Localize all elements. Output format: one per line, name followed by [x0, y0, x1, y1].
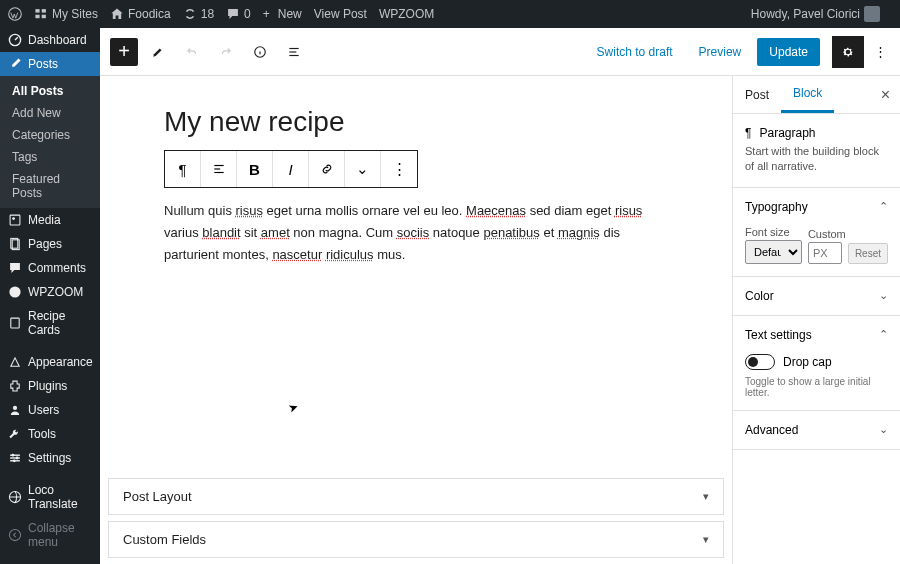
- paragraph-icon: ¶: [745, 126, 751, 140]
- svg-point-20: [9, 529, 20, 540]
- svg-rect-24: [289, 54, 298, 55]
- panel-typography[interactable]: Typography⌃: [733, 188, 900, 226]
- menu-appearance[interactable]: Appearance: [0, 350, 100, 374]
- wp-logo[interactable]: [8, 7, 22, 21]
- svg-rect-2: [42, 9, 46, 13]
- custom-label: Custom: [808, 228, 842, 240]
- menu-pages[interactable]: Pages: [0, 232, 100, 256]
- info-icon[interactable]: [246, 38, 274, 66]
- submenu-all-posts[interactable]: All Posts: [0, 80, 100, 102]
- panel-color[interactable]: Color⌄: [733, 277, 900, 315]
- my-sites[interactable]: My Sites: [34, 7, 98, 21]
- align-icon[interactable]: [201, 151, 237, 187]
- redo-icon[interactable]: [212, 38, 240, 66]
- dropcap-help: Toggle to show a large initial letter.: [745, 376, 888, 398]
- updates[interactable]: 18: [183, 7, 214, 21]
- menu-settings[interactable]: Settings: [0, 446, 100, 470]
- italic-icon[interactable]: I: [273, 151, 309, 187]
- submenu-categories[interactable]: Categories: [0, 124, 100, 146]
- svg-rect-23: [289, 51, 296, 52]
- svg-rect-22: [289, 47, 298, 48]
- edit-mode-icon[interactable]: [144, 38, 172, 66]
- svg-point-7: [12, 217, 15, 220]
- menu-comments[interactable]: Comments: [0, 256, 100, 280]
- avatar: [864, 6, 880, 22]
- metabox-custom-fields[interactable]: Custom Fields▾: [108, 521, 724, 558]
- svg-rect-3: [35, 15, 39, 19]
- svg-rect-25: [214, 165, 223, 166]
- menu-dashboard[interactable]: Dashboard: [0, 28, 100, 52]
- settings-icon[interactable]: [832, 36, 864, 68]
- metabox-post-layout[interactable]: Post Layout▾: [108, 478, 724, 515]
- svg-point-17: [16, 457, 19, 460]
- my-account[interactable]: Howdy, Pavel Ciorici: [751, 6, 880, 22]
- svg-rect-26: [214, 168, 220, 169]
- block-description: Start with the building block of all nar…: [745, 144, 888, 175]
- svg-point-0: [9, 8, 22, 21]
- bold-icon[interactable]: B: [237, 151, 273, 187]
- svg-point-12: [13, 406, 17, 410]
- panel-advanced[interactable]: Advanced⌄: [733, 411, 900, 449]
- more-options-icon[interactable]: ⋮: [381, 151, 417, 187]
- svg-rect-1: [35, 9, 39, 13]
- tab-block[interactable]: Block: [781, 76, 834, 113]
- svg-rect-11: [11, 318, 19, 328]
- block-name: Paragraph: [759, 126, 815, 140]
- reset-button[interactable]: Reset: [848, 243, 888, 264]
- submenu-featured[interactable]: Featured Posts: [0, 168, 100, 204]
- svg-rect-6: [10, 215, 20, 225]
- tab-post[interactable]: Post: [733, 78, 781, 112]
- comments-count[interactable]: 0: [226, 7, 251, 21]
- close-icon[interactable]: ×: [871, 86, 900, 104]
- svg-point-16: [12, 454, 15, 457]
- new-content[interactable]: +New: [263, 7, 302, 21]
- link-icon[interactable]: [309, 151, 345, 187]
- preview-button[interactable]: Preview: [689, 45, 752, 59]
- view-post[interactable]: View Post: [314, 7, 367, 21]
- submenu-tags[interactable]: Tags: [0, 146, 100, 168]
- menu-plugins[interactable]: Plugins: [0, 374, 100, 398]
- update-button[interactable]: Update: [757, 38, 820, 66]
- menu-recipe-cards[interactable]: Recipe Cards: [0, 304, 100, 342]
- paragraph-block[interactable]: Nullum quis risus eget urna mollis ornar…: [164, 200, 668, 266]
- fontsize-select[interactable]: Default: [745, 240, 802, 264]
- collapse-menu[interactable]: Collapse menu: [0, 516, 100, 554]
- menu-loco[interactable]: Loco Translate: [0, 478, 100, 516]
- block-toolbar: ¶ B I ⌄ ⋮: [164, 150, 418, 188]
- outline-icon[interactable]: [280, 38, 308, 66]
- block-type-icon[interactable]: ¶: [165, 151, 201, 187]
- menu-tools[interactable]: Tools: [0, 422, 100, 446]
- site-home[interactable]: Foodica: [110, 7, 171, 21]
- chevron-down-icon[interactable]: ⌄: [345, 151, 381, 187]
- dropcap-label: Drop cap: [783, 355, 832, 369]
- post-title[interactable]: My new recipe: [164, 106, 668, 138]
- mouse-cursor: ➤: [286, 400, 300, 417]
- menu-wpzoom[interactable]: WPZOOM: [0, 280, 100, 304]
- fontsize-label: Font size: [745, 226, 802, 238]
- svg-point-10: [9, 286, 20, 297]
- custom-px-input[interactable]: [808, 242, 842, 264]
- switch-to-draft[interactable]: Switch to draft: [587, 45, 683, 59]
- submenu-add-new[interactable]: Add New: [0, 102, 100, 124]
- svg-rect-4: [42, 15, 46, 19]
- svg-point-18: [13, 459, 16, 462]
- menu-media[interactable]: Media: [0, 208, 100, 232]
- more-icon[interactable]: ⋮: [870, 44, 890, 59]
- menu-posts[interactable]: Posts: [0, 52, 100, 76]
- panel-text-settings[interactable]: Text settings⌃: [733, 316, 900, 354]
- dropcap-toggle[interactable]: [745, 354, 775, 370]
- add-block-button[interactable]: +: [110, 38, 138, 66]
- svg-rect-27: [214, 172, 223, 173]
- menu-users[interactable]: Users: [0, 398, 100, 422]
- wpzoom-menu[interactable]: WPZOOM: [379, 7, 434, 21]
- undo-icon[interactable]: [178, 38, 206, 66]
